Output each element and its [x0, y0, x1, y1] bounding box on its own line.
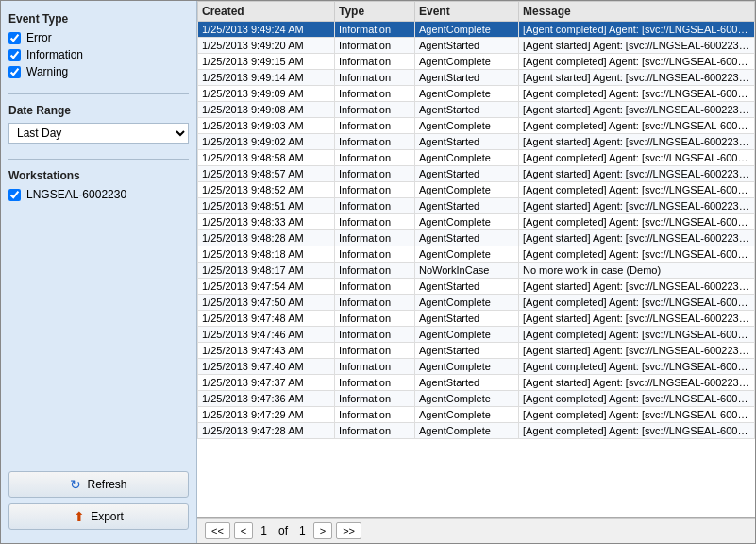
- table-row[interactable]: 1/25/2013 9:48:28 AMInformationAgentStar…: [198, 230, 755, 246]
- table-row[interactable]: 1/25/2013 9:49:20 AMInformationAgentStar…: [198, 38, 755, 54]
- table-row[interactable]: 1/25/2013 9:48:51 AMInformationAgentStar…: [198, 198, 755, 214]
- table-row[interactable]: 1/25/2013 9:47:43 AMInformationAgentStar…: [198, 343, 755, 359]
- checkbox-error-input[interactable]: [8, 32, 21, 44]
- cell-created: 1/25/2013 9:48:51 AM: [198, 198, 335, 214]
- cell-type: Information: [335, 327, 415, 343]
- cell-type: Information: [335, 214, 415, 230]
- cell-event: AgentComplete: [415, 22, 519, 38]
- last-page-button[interactable]: >>: [336, 522, 361, 539]
- checkbox-information-input[interactable]: [8, 49, 21, 61]
- cell-type: Information: [335, 246, 415, 263]
- workstation-label: LNGSEAL-6002230: [26, 188, 126, 201]
- table-row[interactable]: 1/25/2013 9:49:03 AMInformationAgentComp…: [198, 118, 755, 134]
- cell-event: AgentStarted: [415, 311, 519, 327]
- next-page-button[interactable]: >: [313, 522, 332, 539]
- refresh-label: Refresh: [87, 478, 126, 491]
- table-row[interactable]: 1/25/2013 9:48:33 AMInformationAgentComp…: [198, 214, 755, 230]
- cell-created: 1/25/2013 9:48:33 AM: [198, 214, 335, 230]
- table-row[interactable]: 1/25/2013 9:48:52 AMInformationAgentComp…: [198, 182, 755, 198]
- cell-event: AgentComplete: [415, 295, 519, 311]
- table-row[interactable]: 1/25/2013 9:49:14 AMInformationAgentStar…: [198, 70, 755, 86]
- cell-event: AgentStarted: [415, 230, 519, 246]
- refresh-button[interactable]: ↻ Refresh: [8, 471, 189, 498]
- prev-page-button[interactable]: <: [234, 522, 253, 539]
- cell-message: [Agent started] Agent: [svc://LNGSEAL-60…: [519, 311, 755, 327]
- cell-created: 1/25/2013 9:47:50 AM: [198, 295, 335, 311]
- col-header-message[interactable]: Message: [519, 2, 755, 22]
- event-type-title: Event Type: [8, 12, 189, 26]
- pagination-bar: << < 1 of 1 > >>: [197, 518, 755, 543]
- workstation-item[interactable]: LNGSEAL-6002230: [8, 188, 189, 201]
- cell-type: Information: [335, 391, 415, 407]
- table-row[interactable]: 1/25/2013 9:48:57 AMInformationAgentStar…: [198, 166, 755, 182]
- cell-type: Information: [335, 54, 415, 70]
- cell-type: Information: [335, 134, 415, 150]
- checkbox-information[interactable]: Information: [8, 48, 189, 61]
- table-row[interactable]: 1/25/2013 9:47:46 AMInformationAgentComp…: [198, 327, 755, 343]
- table-row[interactable]: 1/25/2013 9:47:29 AMInformationAgentComp…: [198, 407, 755, 423]
- cell-message: [Agent started] Agent: [svc://LNGSEAL-60…: [519, 198, 755, 214]
- col-header-created[interactable]: Created: [198, 2, 335, 22]
- export-button[interactable]: ⬆ Export: [8, 503, 189, 530]
- cell-message: [Agent completed] Agent: [svc://LNGSEAL-…: [519, 150, 755, 166]
- table-row[interactable]: 1/25/2013 9:48:18 AMInformationAgentComp…: [198, 246, 755, 263]
- cell-event: AgentComplete: [415, 182, 519, 198]
- date-range-group: Date Range Last Hour Last Day Last Week …: [8, 100, 189, 144]
- table-row[interactable]: 1/25/2013 9:47:37 AMInformationAgentStar…: [198, 375, 755, 391]
- export-icon: ⬆: [74, 509, 85, 524]
- workstation-checkbox[interactable]: [8, 189, 21, 201]
- cell-message: No more work in case (Demo): [519, 263, 755, 279]
- cell-event: AgentStarted: [415, 198, 519, 214]
- cell-message: [Agent started] Agent: [svc://LNGSEAL-60…: [519, 70, 755, 86]
- table-row[interactable]: 1/25/2013 9:47:40 AMInformationAgentComp…: [198, 359, 755, 375]
- table-row[interactable]: 1/25/2013 9:47:28 AMInformationAgentComp…: [198, 423, 755, 439]
- table-row[interactable]: 1/25/2013 9:49:15 AMInformationAgentComp…: [198, 54, 755, 70]
- cell-message: [Agent completed] Agent: [svc://LNGSEAL-…: [519, 246, 755, 263]
- cell-event: AgentStarted: [415, 134, 519, 150]
- cell-message: [Agent started] Agent: [svc://LNGSEAL-60…: [519, 375, 755, 391]
- cell-event: AgentComplete: [415, 118, 519, 134]
- checkbox-error[interactable]: Error: [8, 31, 189, 44]
- cell-type: Information: [335, 22, 415, 38]
- cell-message: [Agent started] Agent: [svc://LNGSEAL-60…: [519, 279, 755, 295]
- cell-created: 1/25/2013 9:47:43 AM: [198, 343, 335, 359]
- col-header-type[interactable]: Type: [335, 2, 415, 22]
- cell-type: Information: [335, 359, 415, 375]
- table-row[interactable]: 1/25/2013 9:47:36 AMInformationAgentComp…: [198, 391, 755, 407]
- cell-type: Information: [335, 38, 415, 54]
- date-range-select[interactable]: Last Hour Last Day Last Week Last Month: [8, 123, 189, 144]
- table-row[interactable]: 1/25/2013 9:49:02 AMInformationAgentStar…: [198, 134, 755, 150]
- cell-event: AgentComplete: [415, 423, 519, 439]
- cell-event: AgentComplete: [415, 54, 519, 70]
- cell-type: Information: [335, 230, 415, 246]
- cell-type: Information: [335, 70, 415, 86]
- cell-created: 1/25/2013 9:49:24 AM: [198, 22, 335, 38]
- table-wrapper[interactable]: Created Type Event Message 1/25/2013 9:4…: [197, 1, 755, 518]
- checkbox-warning[interactable]: Warning: [8, 65, 189, 78]
- cell-type: Information: [335, 182, 415, 198]
- cell-event: AgentComplete: [415, 391, 519, 407]
- checkbox-warning-input[interactable]: [8, 66, 21, 78]
- table-row[interactable]: 1/25/2013 9:47:50 AMInformationAgentComp…: [198, 295, 755, 311]
- table-row[interactable]: 1/25/2013 9:48:17 AMInformationNoWorkInC…: [198, 263, 755, 279]
- table-row[interactable]: 1/25/2013 9:49:08 AMInformationAgentStar…: [198, 102, 755, 118]
- cell-type: Information: [335, 166, 415, 182]
- table-row[interactable]: 1/25/2013 9:49:24 AMInformationAgentComp…: [198, 22, 755, 38]
- cell-type: Information: [335, 263, 415, 279]
- table-row[interactable]: 1/25/2013 9:47:48 AMInformationAgentStar…: [198, 311, 755, 327]
- cell-message: [Agent completed] Agent: [svc://LNGSEAL-…: [519, 182, 755, 198]
- cell-created: 1/25/2013 9:49:08 AM: [198, 102, 335, 118]
- cell-event: AgentStarted: [415, 375, 519, 391]
- events-table: Created Type Event Message 1/25/2013 9:4…: [197, 1, 755, 439]
- cell-created: 1/25/2013 9:47:40 AM: [198, 359, 335, 375]
- cell-event: AgentComplete: [415, 86, 519, 102]
- table-row[interactable]: 1/25/2013 9:47:54 AMInformationAgentStar…: [198, 279, 755, 295]
- first-page-button[interactable]: <<: [205, 522, 230, 539]
- table-row[interactable]: 1/25/2013 9:49:09 AMInformationAgentComp…: [198, 86, 755, 102]
- cell-message: [Agent completed] Agent: [svc://LNGSEAL-…: [519, 407, 755, 423]
- table-row[interactable]: 1/25/2013 9:48:58 AMInformationAgentComp…: [198, 150, 755, 166]
- cell-event: AgentComplete: [415, 407, 519, 423]
- col-header-event[interactable]: Event: [415, 2, 519, 22]
- cell-created: 1/25/2013 9:48:17 AM: [198, 263, 335, 279]
- cell-message: [Agent started] Agent: [svc://LNGSEAL-60…: [519, 134, 755, 150]
